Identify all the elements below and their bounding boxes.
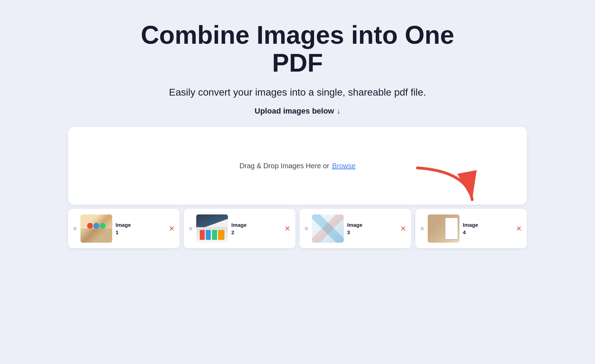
- remove-image-4-button[interactable]: ✕: [516, 225, 522, 232]
- images-list: ≡ Image1 ✕ ≡ Image2 ✕ ≡ Image3 ✕ ≡ Image…: [68, 209, 527, 248]
- drag-drop-label: Drag & Drop Images Here or: [239, 162, 329, 170]
- image-thumbnail-1: [80, 214, 112, 243]
- down-arrow-icon: ↓: [337, 107, 340, 115]
- remove-image-3-button[interactable]: ✕: [400, 225, 406, 232]
- dropzone[interactable]: Drag & Drop Images Here or Browse: [68, 127, 527, 205]
- upload-prompt: Upload images below ↓: [255, 107, 341, 116]
- image-thumbnail-2: [196, 214, 228, 243]
- hero-subtitle: Easily convert your images into a single…: [169, 87, 426, 98]
- drag-handle-icon[interactable]: ≡: [305, 225, 308, 232]
- image-label-1: Image1: [116, 221, 165, 236]
- drag-handle-icon[interactable]: ≡: [189, 225, 193, 232]
- image-card-1: ≡ Image1 ✕: [68, 209, 180, 248]
- drag-handle-icon[interactable]: ≡: [420, 225, 424, 232]
- browse-link[interactable]: Browse: [332, 162, 356, 170]
- upload-prompt-text: Upload images below: [255, 107, 334, 116]
- image-card-4: ≡ Image4 ✕: [415, 209, 527, 248]
- remove-image-1-button[interactable]: ✕: [169, 225, 175, 232]
- red-arrow-indicator: [410, 164, 481, 208]
- image-card-3: ≡ Image3 ✕: [300, 209, 411, 248]
- image-label-2: Image2: [232, 221, 281, 236]
- image-label-4: Image4: [463, 221, 512, 236]
- remove-image-2-button[interactable]: ✕: [284, 225, 290, 232]
- image-card-2: ≡ Image2 ✕: [184, 209, 295, 248]
- dropzone-text: Drag & Drop Images Here or Browse: [239, 162, 355, 170]
- image-thumbnail-3: [312, 214, 344, 243]
- page-title: Combine Images into One PDF: [121, 21, 474, 77]
- drag-handle-icon[interactable]: ≡: [73, 225, 77, 232]
- image-thumbnail-4: [428, 214, 459, 243]
- image-label-3: Image3: [347, 221, 397, 236]
